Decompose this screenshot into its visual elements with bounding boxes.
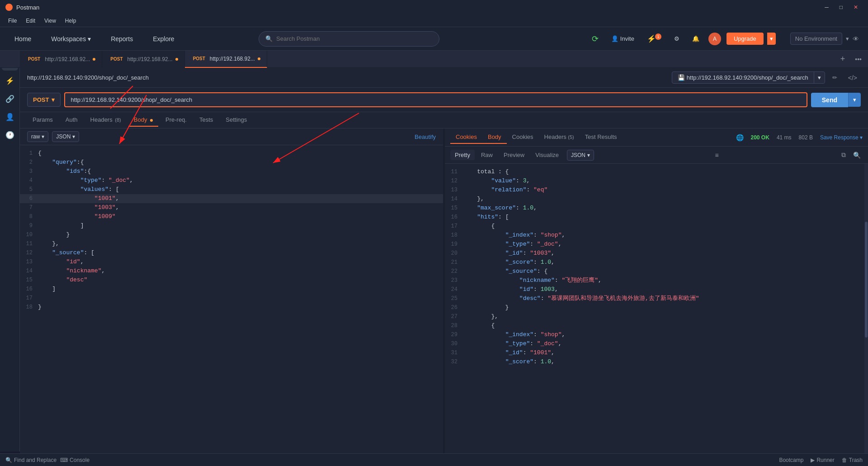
response-filter-button[interactable]: ≡ <box>713 150 720 161</box>
tabs-bar: POST http://192.168.92... POST http://19… <box>0 51 868 68</box>
menu-edit[interactable]: Edit <box>21 16 40 26</box>
sidebar-icon-environments[interactable]: 🔗 <box>2 90 18 107</box>
search-icon: 🔍 <box>265 35 273 42</box>
code-line-10: 10 } <box>20 230 443 239</box>
more-tabs-button[interactable]: ••• <box>852 55 864 64</box>
req-tab-body[interactable]: Body <box>128 114 158 127</box>
runner-button[interactable]: ▶ Runner <box>811 457 834 463</box>
chevron-down-icon: ▾ <box>88 35 91 43</box>
notifications-button[interactable]: 🔔 <box>689 33 703 44</box>
resp-line-25: 25 "desc": "慕课网团队和导游坐飞机去海外旅游,去了新马泰和欧洲" <box>445 294 868 303</box>
resp-pretty-button[interactable]: Pretty <box>450 150 475 160</box>
url-input-wrapper <box>64 92 807 107</box>
resp-tab-test-results[interactable]: Test Results <box>580 131 623 144</box>
response-search-button[interactable]: 🔍 <box>851 149 863 161</box>
req-tab-settings[interactable]: Settings <box>220 114 252 127</box>
tab-1[interactable]: POST http://192.168.92... <box>102 51 184 68</box>
console-button[interactable]: ⌨ Console <box>60 457 90 463</box>
menu-help[interactable]: Help <box>61 16 81 26</box>
new-tab-button[interactable]: + <box>837 53 849 65</box>
save-response-button[interactable]: Save Response ▾ <box>820 134 863 141</box>
resp-line-11: 11 total : { <box>445 167 868 176</box>
nav-reports[interactable]: Reports <box>105 33 138 45</box>
format-controls: raw ▾ JSON ▾ <box>27 131 79 142</box>
nav-home[interactable]: Home <box>9 33 37 45</box>
tab-0[interactable]: POST http://192.168.92... <box>20 51 102 68</box>
response-pane: Cookies Body Cookies Headers (5) Test Re… <box>445 128 868 453</box>
code-button[interactable]: </> <box>844 72 861 83</box>
request-code-editor[interactable]: 1 { 2 "query":{ 3 "ids":{ 4 "type": "_do… <box>20 145 443 453</box>
code-line-18: 18 } <box>20 303 443 312</box>
resp-tab-cookies-pre[interactable]: Cookies <box>450 131 482 144</box>
nav-workspaces[interactable]: Workspaces ▾ <box>46 33 96 45</box>
webhook-button[interactable]: ⚡ 1 <box>643 33 665 45</box>
resp-line-15: 15 "max_score": 1.0, <box>445 204 868 213</box>
response-lang-select[interactable]: JSON ▾ <box>567 150 594 161</box>
request-body-toolbar: raw ▾ JSON ▾ Beautify <box>20 128 443 145</box>
status-bar-right: Bootcamp ▶ Runner 🗑 Trash <box>779 457 863 463</box>
req-tab-tests[interactable]: Tests <box>194 114 218 127</box>
sidebar-icon-mocks[interactable]: 👤 <box>2 109 18 125</box>
environment-selector[interactable]: No Environment ▾ 👁 <box>790 33 859 45</box>
response-scrollbar[interactable] <box>864 164 868 453</box>
settings-button[interactable]: ⚙ <box>670 33 683 44</box>
req-tab-auth[interactable]: Auth <box>60 114 83 127</box>
trash-button[interactable]: 🗑 Trash <box>842 457 863 463</box>
minimize-button[interactable]: ─ <box>820 0 833 14</box>
req-tab-params[interactable]: Params <box>27 114 58 127</box>
resp-line-19: 19 "_type": "_doc", <box>445 240 868 249</box>
resp-raw-button[interactable]: Raw <box>476 150 497 160</box>
resp-tab-headers[interactable]: Headers (5) <box>539 131 580 144</box>
search-bar[interactable]: 🔍 <box>259 31 439 47</box>
menu-view[interactable]: View <box>40 16 61 26</box>
send-dropdown-button[interactable]: ▾ <box>848 93 861 107</box>
close-button[interactable]: ✕ <box>849 0 863 14</box>
json-select[interactable]: JSON ▾ <box>52 131 79 142</box>
upgrade-chevron[interactable]: ▾ <box>767 33 776 45</box>
nav-explore[interactable]: Explore <box>147 33 179 45</box>
resp-tab-body[interactable]: Body <box>482 131 507 144</box>
request-tabs: Params Auth Headers (8) Body Pre-req. Te… <box>20 112 868 128</box>
env-eye-button[interactable]: 👁 <box>853 35 859 43</box>
req-tab-prereq[interactable]: Pre-req. <box>160 114 192 127</box>
response-body[interactable]: 11 total : { 12 "value": 3, 13 "relation… <box>445 164 868 453</box>
avatar-button[interactable]: A <box>708 33 721 45</box>
bootcamp-button[interactable]: Bootcamp <box>779 457 803 463</box>
invite-button[interactable]: 👤 Invite <box>608 33 638 44</box>
sync-button[interactable]: ⟳ <box>588 32 602 46</box>
menu-file[interactable]: File <box>4 16 21 26</box>
code-line-2: 2 "query":{ <box>20 158 443 167</box>
edit-button[interactable]: ✏ <box>829 72 841 83</box>
resp-line-26: 26 } <box>445 303 868 312</box>
resp-line-31: 31 "_id": "1001", <box>445 348 868 357</box>
method-select[interactable]: POST ▾ <box>27 93 61 107</box>
app-title: Postman <box>16 4 39 11</box>
find-replace-button[interactable]: 🔍 Find and Replace <box>5 457 57 463</box>
save-button[interactable]: 💾 http://192.168.92.140:9200/shop/_doc/_… <box>672 72 814 83</box>
tab-2[interactable]: POST http://192.168.92... <box>185 51 267 68</box>
beautify-button[interactable]: Beautify <box>415 133 436 140</box>
resp-line-16: 16 "hits": [ <box>445 213 868 222</box>
save-dropdown-button[interactable]: ▾ <box>814 72 825 83</box>
resp-visualize-button[interactable]: Visualize <box>531 150 563 160</box>
resp-preview-button[interactable]: Preview <box>499 150 529 160</box>
left-sidebar: 📋 ⚡ 🔗 👤 🕐 <box>0 51 20 452</box>
response-copy-button[interactable]: ⧉ <box>840 149 848 161</box>
code-line-12: 12 "_source": [ <box>20 248 443 257</box>
postman-logo <box>5 4 13 11</box>
req-tab-headers[interactable]: Headers (8) <box>85 114 127 127</box>
tab-method-2: POST <box>191 56 207 62</box>
maximize-button[interactable]: □ <box>835 0 847 14</box>
status-bar: 🔍 Find and Replace ⌨ Console Bootcamp ▶ … <box>0 453 868 466</box>
sidebar-icon-apis[interactable]: ⚡ <box>2 72 18 89</box>
response-status: 🌐 200 OK 41 ms 802 B Save Response ▾ <box>736 134 863 141</box>
url-input[interactable] <box>65 93 806 106</box>
resp-tab-cookies[interactable]: Cookies <box>507 131 539 144</box>
upgrade-button[interactable]: Upgrade <box>726 33 764 45</box>
raw-select[interactable]: raw ▾ <box>27 131 48 142</box>
search-input[interactable] <box>276 35 433 42</box>
send-button[interactable]: Send <box>811 93 848 107</box>
sidebar-icon-history[interactable]: 🕐 <box>2 127 18 143</box>
save-icon: 💾 <box>678 74 685 81</box>
tab-dot-1 <box>175 58 178 61</box>
